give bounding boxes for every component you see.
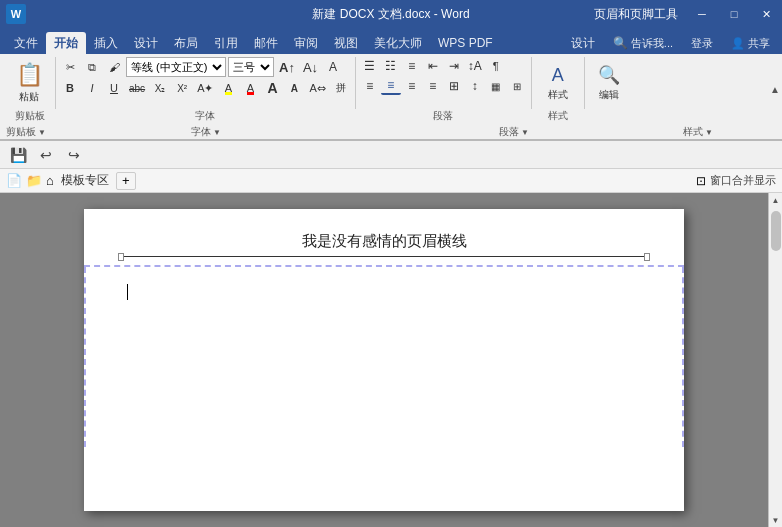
- title-bar: W 新建 DOCX 文档.docx - Word 页眉和页脚工具 ─ □ ✕: [0, 0, 782, 28]
- italic-button[interactable]: I: [82, 79, 102, 97]
- text-effect-button[interactable]: A✦: [194, 79, 216, 97]
- align-left-button[interactable]: ≡: [360, 77, 380, 95]
- undo-button[interactable]: ↩: [34, 143, 58, 167]
- align-right-button[interactable]: ≡: [402, 77, 422, 95]
- font-expand-icon[interactable]: ▼: [213, 128, 221, 137]
- font-row2: B I U abc X₂ X² A✦ A A A A A⇔ 拼: [60, 79, 351, 97]
- subscript-button[interactable]: X₂: [150, 79, 170, 97]
- font-size-large-button[interactable]: A: [262, 79, 282, 97]
- strikethrough-button[interactable]: abc: [126, 79, 148, 97]
- tab-beautify[interactable]: 美化大师: [366, 32, 430, 54]
- login-button[interactable]: 登录: [683, 32, 721, 54]
- document-page[interactable]: 我是没有感情的页眉横线: [84, 209, 684, 511]
- font-group-label: 字体: [56, 109, 355, 123]
- style-button[interactable]: A 样式: [536, 57, 580, 109]
- search-label: 告诉我...: [631, 36, 673, 51]
- copy-button[interactable]: ⧉: [82, 58, 102, 76]
- tab-references[interactable]: 引用: [206, 32, 246, 54]
- clipboard-expand-icon[interactable]: ▼: [38, 128, 46, 137]
- minimize-button[interactable]: ─: [686, 0, 718, 28]
- tab-page-design[interactable]: 设计: [563, 32, 603, 54]
- document-header: 我是没有感情的页眉横线: [84, 209, 684, 267]
- style-icon: A: [552, 65, 564, 86]
- indent-increase-button[interactable]: ⇥: [444, 57, 464, 75]
- superscript-button[interactable]: X²: [172, 79, 192, 97]
- paragraph-group-label: 段落: [356, 109, 531, 123]
- path-template-link[interactable]: 模板专区: [58, 172, 112, 189]
- tab-home[interactable]: 开始: [46, 32, 86, 54]
- indent-decrease-button[interactable]: ⇤: [423, 57, 443, 75]
- path-home-icon: ⌂: [46, 173, 54, 188]
- tab-wpspdf[interactable]: WPS PDF: [430, 32, 501, 54]
- font-size-small-button[interactable]: A: [284, 79, 304, 97]
- font-size-select[interactable]: 三号: [228, 57, 274, 77]
- sort-button[interactable]: ↕A: [465, 57, 485, 75]
- para-row2: ≡ ≡ ≡ ≡ ⊞ ↕ ▦ ⊞: [360, 77, 527, 95]
- list-bullet-button[interactable]: ☰: [360, 57, 380, 75]
- restore-button[interactable]: □: [718, 0, 750, 28]
- show-marks-button[interactable]: ¶: [486, 57, 506, 75]
- paste-button[interactable]: 📋 粘贴: [8, 57, 50, 109]
- page-tools-label: 页眉和页脚工具: [594, 6, 686, 23]
- clear-format-button[interactable]: A: [323, 58, 343, 76]
- header-handle-right[interactable]: [644, 253, 650, 261]
- path-bar: 📄 📁 ⌂ 模板专区 + ⊡ 窗口合并显示: [0, 169, 782, 193]
- header-handle-left[interactable]: [118, 253, 124, 261]
- edit-label: 编辑: [599, 88, 619, 102]
- scroll-down-button[interactable]: ▼: [769, 513, 783, 527]
- text-cursor: [127, 284, 128, 300]
- align-center-button[interactable]: ≡: [381, 77, 401, 95]
- scroll-up-button[interactable]: ▲: [769, 193, 783, 207]
- increase-font-button[interactable]: A↑: [276, 58, 298, 76]
- style-label: 样式: [548, 88, 568, 102]
- tab-file[interactable]: 文件: [6, 32, 46, 54]
- style-expand-icon[interactable]: ▼: [705, 128, 713, 137]
- font-name-select[interactable]: 等线 (中文正文): [126, 57, 226, 77]
- font-row1: ✂ ⧉ 🖌 等线 (中文正文) 三号 A↑ A↓ A: [60, 57, 343, 77]
- tab-review[interactable]: 审阅: [286, 32, 326, 54]
- share-button[interactable]: 👤 共享: [723, 32, 778, 54]
- app-window: W 新建 DOCX 文档.docx - Word 页眉和页脚工具 ─ □ ✕ 文…: [0, 0, 782, 527]
- shading-button[interactable]: ▦: [486, 77, 506, 95]
- paragraph-expand-icon[interactable]: ▼: [521, 128, 529, 137]
- search-icon: 🔍: [613, 36, 628, 50]
- group-labels-row: 剪贴板 ▼ 字体 ▼ 段落 ▼ 样式 ▼: [0, 125, 782, 141]
- char-spacing-button[interactable]: A⇔: [306, 79, 328, 97]
- borders-button[interactable]: ⊞: [507, 77, 527, 95]
- scrollbar-thumb[interactable]: [771, 211, 781, 251]
- tab-mailings[interactable]: 邮件: [246, 32, 286, 54]
- para-row1: ☰ ☷ ≡ ⇤ ⇥ ↕A ¶: [360, 57, 506, 75]
- list-number-button[interactable]: ☷: [381, 57, 401, 75]
- ribbon-tabs-row: 文件 开始 插入 设计 布局 引用 邮件 审阅 视图 美化大师 WPS PDF …: [0, 28, 782, 54]
- search-button[interactable]: 🔍 告诉我...: [605, 32, 681, 54]
- bold-button[interactable]: B: [60, 79, 80, 97]
- path-file-icon: 📄: [6, 173, 22, 188]
- line-spacing-button[interactable]: ↕: [465, 77, 485, 95]
- tab-view[interactable]: 视图: [326, 32, 366, 54]
- add-tab-button[interactable]: +: [116, 172, 136, 190]
- pinyin-button[interactable]: 拼: [331, 79, 351, 97]
- decrease-font-button[interactable]: A↓: [300, 58, 321, 76]
- list-multi-button[interactable]: ≡: [402, 57, 422, 75]
- edit-button[interactable]: 🔍 编辑: [589, 57, 629, 109]
- window-icon: ⊡: [696, 174, 706, 188]
- align-justify-button[interactable]: ≡: [423, 77, 443, 95]
- document-body[interactable]: [84, 267, 684, 447]
- app-icon: W: [6, 4, 26, 24]
- header-text: 我是没有感情的页眉横线: [302, 232, 467, 251]
- tab-design[interactable]: 设计: [126, 32, 166, 54]
- tab-insert[interactable]: 插入: [86, 32, 126, 54]
- right-tabs-group: 设计 🔍 告诉我... 登录 👤 共享: [563, 32, 778, 54]
- redo-button[interactable]: ↪: [62, 143, 86, 167]
- format-painter-button[interactable]: 🖌: [104, 58, 124, 76]
- quick-access-bar: 💾 ↩ ↪: [0, 141, 782, 169]
- columns-button[interactable]: ⊞: [444, 77, 464, 95]
- underline-button[interactable]: U: [104, 79, 124, 97]
- tab-layout[interactable]: 布局: [166, 32, 206, 54]
- font-color-button[interactable]: A: [240, 79, 260, 97]
- close-button[interactable]: ✕: [750, 0, 782, 28]
- cut-button[interactable]: ✂: [60, 58, 80, 76]
- save-button[interactable]: 💾: [6, 143, 30, 167]
- ribbon-collapse-button[interactable]: ▲: [768, 54, 782, 125]
- highlight-button[interactable]: A: [218, 79, 238, 97]
